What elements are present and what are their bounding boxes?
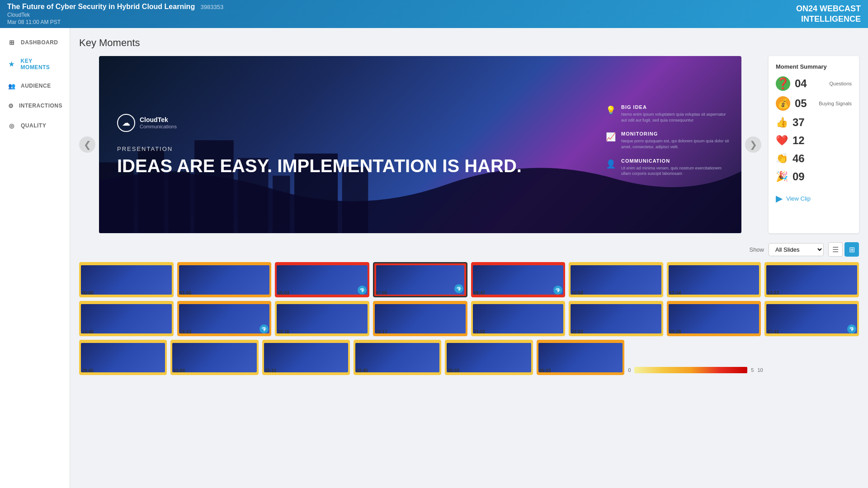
slides-filter-select[interactable]: All Slides Key Moments <box>769 243 824 256</box>
slide-thumb-9[interactable]: 💎 16:23 <box>177 301 272 336</box>
heat-legend: 0 5 10 <box>628 367 768 373</box>
communication-text: Ut enim ad minima venam, quis nostrum ex… <box>621 165 732 177</box>
app-layout: DASHBOARD KEY MOMENTS AUDIENCE INTERACTI… <box>0 28 868 488</box>
slide-time-18: 32:21 <box>265 368 277 373</box>
slides-row-1: 00:00 01:05 💎 05:03 <box>79 262 859 297</box>
show-label: Show <box>749 246 764 253</box>
grid-icon <box>7 38 16 47</box>
big-idea-text: Nemo enim ipsum voluptatem quia voluptas… <box>621 112 732 123</box>
slides-grid: 00:00 01:05 💎 05:03 <box>79 262 859 375</box>
slide-time-17: 31:04 <box>173 368 185 373</box>
grid-view-button[interactable]: ⊞ <box>844 242 859 257</box>
celebrate-emoji: 🎉 <box>776 171 788 183</box>
slide-container: ☁ CloudTek Communications PRESENTATION I… <box>99 56 741 233</box>
slide-time-2: 05:03 <box>278 291 289 296</box>
slide-time-1: 01:05 <box>180 291 192 296</box>
gear-icon <box>7 101 14 110</box>
slide-point-2: 👤 COMMUNICATION Ut enim ad minima venam,… <box>606 158 732 177</box>
sidebar-item-quality[interactable]: QUALITY <box>0 116 70 136</box>
prev-arrow[interactable]: ❮ <box>79 136 95 153</box>
summary-buying-signals: 💰 05 Buying Signals <box>776 96 852 111</box>
slide-time-8: 14:48 <box>82 329 94 334</box>
empty-spacer <box>771 340 859 375</box>
slide-headline: IDEAS ARE EASY. IMPLEMENTATION IS HARD. <box>117 156 579 176</box>
header-company: CloudTek <box>7 12 223 18</box>
big-idea-title: BIG IDEA <box>621 104 732 110</box>
header: The Future of Cyber Security in Hybrid C… <box>0 0 868 28</box>
monitoring-icon: 📈 <box>606 132 616 142</box>
header-datetime: Mar 08 11:00 AM PST <box>7 19 223 25</box>
slide-thumb-0[interactable]: 00:00 <box>79 262 174 297</box>
slide-thumb-6[interactable]: 12:34 <box>667 262 761 297</box>
heart-count: 12 <box>793 134 805 147</box>
slide-thumb-4[interactable]: 💎 08:47 <box>471 262 566 297</box>
view-clip-label: View Clip <box>786 195 811 202</box>
communication-icon: 👤 <box>606 159 616 169</box>
slide-thumb-8[interactable]: 14:48 <box>79 301 174 336</box>
slide-thumb-20[interactable]: 35:03 <box>445 340 533 375</box>
slide-thumb-12[interactable]: 21:02 <box>471 301 566 336</box>
slide-time-0: 00:00 <box>82 291 94 296</box>
slide-time-20: 35:03 <box>448 368 459 373</box>
sidebar-label-quality: QUALITY <box>21 122 46 129</box>
slide-thumb-2[interactable]: 💎 05:03 <box>275 262 369 297</box>
slide-thumb-10[interactable]: 18:16 <box>275 301 369 336</box>
slide-right-content: 💡 BIG IDEA Nemo enim ipsum voluptatem qu… <box>597 95 741 194</box>
sidebar-item-interactions[interactable]: INTERACTIONS <box>0 96 70 116</box>
communication-title: COMMUNICATION <box>621 158 732 164</box>
slide-summary-row: ❮ <box>79 56 859 233</box>
slide-thumb-3[interactable]: 💎 07:05 <box>373 262 467 297</box>
slides-toolbar: Show All Slides Key Moments ☰ ⊞ <box>79 242 859 257</box>
questions-emoji: ❓ <box>776 76 790 91</box>
summary-heart: ❤️ 12 <box>776 134 852 147</box>
slide-thumb-18[interactable]: 32:21 <box>262 340 350 375</box>
slide-time-7: 13:23 <box>767 291 779 296</box>
list-view-button[interactable]: ☰ <box>828 242 843 257</box>
slide-point-0: 💡 BIG IDEA Nemo enim ipsum voluptatem qu… <box>606 104 732 123</box>
webcast-title: The Future of Cyber Security in Hybrid C… <box>7 3 195 10</box>
slide-thumb-15[interactable]: 💎 27:42 <box>764 301 859 336</box>
slide-thumb-21[interactable]: 36:23 <box>537 340 624 375</box>
slide-time-11: 19:17 <box>376 329 387 334</box>
slide-thumb-16[interactable]: 29:45 <box>79 340 167 375</box>
sidebar-item-dashboard[interactable]: DASHBOARD <box>0 33 70 52</box>
next-arrow[interactable]: ❯ <box>745 136 761 153</box>
brand-icon: ☁ <box>117 114 135 132</box>
slide-thumb-19[interactable]: 33:45 <box>354 340 441 375</box>
header-title: The Future of Cyber Security in Hybrid C… <box>7 3 223 11</box>
buying-signals-emoji: 💰 <box>776 96 790 111</box>
presentation-label: PRESENTATION <box>117 145 579 152</box>
legend-container: 0 5 10 <box>628 340 768 375</box>
celebrate-count: 09 <box>793 170 805 183</box>
brand-sub: Communications <box>140 124 177 129</box>
clap-count: 46 <box>793 152 805 165</box>
sidebar-label-dashboard: DASHBOARD <box>21 39 58 46</box>
slide-thumb-11[interactable]: 19:17 <box>373 301 467 336</box>
slide-nav-wrapper: ❮ <box>79 56 761 233</box>
slide-thumb-5[interactable]: 10:58 <box>569 262 663 297</box>
slide-thumb-13[interactable]: 22:03 <box>569 301 663 336</box>
legend-max: 10 <box>757 367 763 373</box>
sidebar-item-key-moments[interactable]: KEY MOMENTS <box>0 52 70 76</box>
slide-thumb-17[interactable]: 31:04 <box>170 340 258 375</box>
legend-mid: 5 <box>751 367 754 373</box>
buying-signals-count: 05 <box>795 97 807 110</box>
sidebar-item-audience[interactable]: AUDIENCE <box>0 76 70 96</box>
slide-time-9: 16:23 <box>180 329 192 334</box>
slide-thumb-7[interactable]: 13:23 <box>764 262 859 297</box>
view-toggle: ☰ ⊞ <box>828 242 859 257</box>
slide-preview: ☁ CloudTek Communications PRESENTATION I… <box>99 56 741 233</box>
moment-summary-panel: Moment Summary ❓ 04 Questions 💰 05 Buyin… <box>769 56 859 233</box>
slide-left-content: ☁ CloudTek Communications PRESENTATION I… <box>99 100 597 189</box>
slides-row-2: 14:48 💎 16:23 18:16 <box>79 301 859 336</box>
sidebar: DASHBOARD KEY MOMENTS AUDIENCE INTERACTI… <box>0 28 70 488</box>
view-clip-button[interactable]: ▶ View Clip <box>776 190 852 206</box>
badge-3: 💎 <box>454 284 463 293</box>
slide-thumb-1[interactable]: 01:05 <box>177 262 272 297</box>
legend-min: 0 <box>628 367 631 373</box>
slide-thumb-14[interactable]: 25:29 <box>667 301 761 336</box>
slide-time-16: 29:45 <box>82 368 94 373</box>
badge-4: 💎 <box>553 286 562 295</box>
slide-time-5: 10:58 <box>571 291 583 296</box>
legend-bar <box>634 367 747 373</box>
